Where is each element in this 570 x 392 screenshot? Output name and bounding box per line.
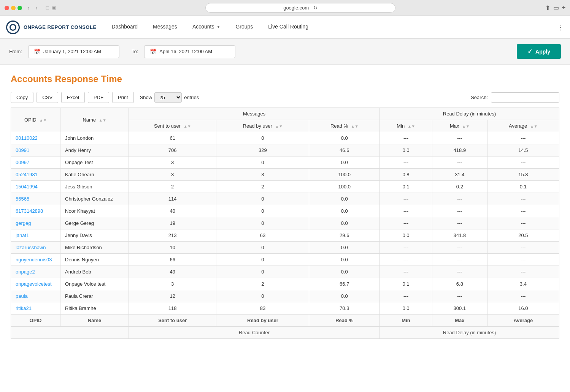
max-cell: --- bbox=[432, 266, 487, 278]
name-cell: Gerge Gereg bbox=[60, 217, 129, 229]
col-max-header[interactable]: Max ▲▼ bbox=[432, 120, 487, 132]
pct-cell: 66.7 bbox=[309, 278, 380, 290]
logo-icon bbox=[6, 21, 20, 34]
print-button[interactable]: Print bbox=[112, 92, 134, 103]
avg-cell: --- bbox=[487, 156, 559, 169]
read-cell: 0 bbox=[216, 242, 309, 254]
opid-cell[interactable]: 56565 bbox=[11, 193, 60, 205]
to-date-value: April 16, 2021 12:00 AM bbox=[159, 49, 212, 54]
sent-cell: 66 bbox=[129, 254, 216, 266]
opid-cell[interactable]: 00997 bbox=[11, 156, 60, 169]
opid-cell[interactable]: gergeg bbox=[11, 217, 60, 229]
avg-cell: --- bbox=[487, 290, 559, 302]
sent-sort-icon: ▲▼ bbox=[184, 124, 191, 128]
opid-cell[interactable]: 05241981 bbox=[11, 169, 60, 181]
col-pct-header[interactable]: Read % ▲▼ bbox=[309, 120, 380, 132]
apply-button[interactable]: ✓ Apply bbox=[517, 44, 561, 59]
opid-cell[interactable]: nguyendennis03 bbox=[11, 254, 60, 266]
read-cell: 329 bbox=[216, 144, 309, 156]
group-messages-header: Messages bbox=[129, 108, 380, 120]
pdf-button[interactable]: PDF bbox=[88, 92, 109, 103]
name-cell: Andreb Beb bbox=[60, 266, 129, 278]
to-date-input[interactable]: 📅 April 16, 2021 12:00 AM bbox=[144, 45, 235, 58]
duplicate-icon[interactable]: ▭ bbox=[553, 4, 559, 11]
opid-cell[interactable]: 00991 bbox=[11, 144, 60, 156]
from-date-input[interactable]: 📅 January 1, 2021 12:00 AM bbox=[28, 45, 119, 58]
pct-cell: 0.0 bbox=[309, 193, 380, 205]
nav-back[interactable]: ‹ bbox=[25, 4, 32, 12]
opid-cell[interactable]: 6173142898 bbox=[11, 205, 60, 217]
table-row: 00991 Andy Henry 706 329 46.6 0.0 418.9 … bbox=[11, 144, 559, 156]
col-sent-header[interactable]: Sent to user ▲▼ bbox=[129, 120, 216, 132]
browser-url[interactable]: google.com ↻ bbox=[205, 3, 395, 13]
opid-cell[interactable]: onpagevoicetest bbox=[11, 278, 60, 290]
nav-more-icon[interactable]: ⋮ bbox=[557, 23, 564, 32]
sent-cell: 3 bbox=[129, 156, 216, 169]
read-cell: 63 bbox=[216, 229, 309, 242]
avg-cell: 0.1 bbox=[487, 181, 559, 193]
new-tab-icon[interactable]: + bbox=[562, 4, 565, 11]
entries-select[interactable]: 25 50 100 bbox=[154, 92, 182, 103]
excel-button[interactable]: Excel bbox=[61, 92, 85, 103]
avg-cell: --- bbox=[487, 205, 559, 217]
dot-green bbox=[17, 6, 22, 10]
opid-cell[interactable]: ritika21 bbox=[11, 302, 60, 315]
from-label: From: bbox=[9, 49, 22, 54]
nav-item-groups[interactable]: Groups bbox=[228, 16, 260, 39]
max-cell: 31.4 bbox=[432, 169, 487, 181]
max-cell: --- bbox=[432, 290, 487, 302]
nav-item-messages[interactable]: Messages bbox=[145, 16, 185, 39]
table-row: 15041994 Jess Gibson 2 2 100.0 0.1 0.2 0… bbox=[11, 181, 559, 193]
max-cell: 0.2 bbox=[432, 181, 487, 193]
table-row: onpage2 Andreb Beb 49 0 0.0 --- --- --- bbox=[11, 266, 559, 278]
nav-item-live-call-routing[interactable]: Live Call Routing bbox=[260, 16, 316, 39]
opid-cell[interactable]: onpage2 bbox=[11, 266, 60, 278]
table-row: paula Paula Crerar 12 0 0.0 --- --- --- bbox=[11, 290, 559, 302]
logo-inner bbox=[10, 24, 16, 31]
search-input[interactable] bbox=[491, 92, 559, 103]
opid-cell[interactable]: lazarusshawn bbox=[11, 242, 60, 254]
name-cell: Dennis Nguyen bbox=[60, 254, 129, 266]
main-content: Accounts Response Time Copy CSV Excel PD… bbox=[0, 65, 570, 348]
min-cell: --- bbox=[380, 290, 432, 302]
read-cell: 0 bbox=[216, 205, 309, 217]
opid-cell[interactable]: paula bbox=[11, 290, 60, 302]
max-cell: 341.8 bbox=[432, 229, 487, 242]
nav-forward[interactable]: › bbox=[33, 4, 40, 12]
footer-row: OPID Name Sent to user Read by user Read… bbox=[11, 315, 559, 327]
dot-red bbox=[5, 6, 9, 10]
avg-cell: --- bbox=[487, 217, 559, 229]
opid-cell[interactable]: 15041994 bbox=[11, 181, 60, 193]
opid-cell[interactable]: 00110022 bbox=[11, 132, 60, 144]
col-name-header[interactable]: Name ▲▼ bbox=[60, 108, 129, 132]
col-avg-header[interactable]: Average ▲▼ bbox=[487, 120, 559, 132]
pct-cell: 0.0 bbox=[309, 205, 380, 217]
share-icon[interactable]: ⬆ bbox=[545, 4, 550, 11]
max-cell: --- bbox=[432, 217, 487, 229]
min-cell: 0.0 bbox=[380, 302, 432, 315]
search-label: Search: bbox=[471, 95, 488, 100]
min-sort-icon: ▲▼ bbox=[408, 124, 415, 128]
col-opid-header[interactable]: OPID ▲▼ bbox=[11, 108, 60, 132]
min-cell: --- bbox=[380, 254, 432, 266]
name-cell: Onpage Voice test bbox=[60, 278, 129, 290]
footer-opid: OPID bbox=[11, 315, 60, 327]
pct-cell: 29.6 bbox=[309, 229, 380, 242]
read-cell: 0 bbox=[216, 290, 309, 302]
max-cell: --- bbox=[432, 254, 487, 266]
nav-item-dashboard[interactable]: Dashboard bbox=[104, 16, 146, 39]
refresh-icon[interactable]: ↻ bbox=[313, 5, 318, 11]
calendar-to-icon: 📅 bbox=[150, 49, 156, 55]
table-row: ritika21 Ritika Bramhe 118 83 70.3 0.0 3… bbox=[11, 302, 559, 315]
from-date-value: January 1, 2021 12:00 AM bbox=[43, 49, 101, 54]
entries-label: entries bbox=[184, 95, 199, 100]
nav-item-accounts[interactable]: Accounts ▼ bbox=[185, 16, 228, 39]
opid-cell[interactable]: janat1 bbox=[11, 229, 60, 242]
copy-button[interactable]: Copy bbox=[11, 92, 33, 103]
col-min-header[interactable]: Min ▲▼ bbox=[380, 120, 432, 132]
col-read-header[interactable]: Read by user ▲▼ bbox=[216, 120, 309, 132]
sent-cell: 10 bbox=[129, 242, 216, 254]
read-cell: 0 bbox=[216, 156, 309, 169]
csv-button[interactable]: CSV bbox=[37, 92, 58, 103]
app-title: ONPAGE REPORT CONSOLE bbox=[24, 24, 97, 30]
